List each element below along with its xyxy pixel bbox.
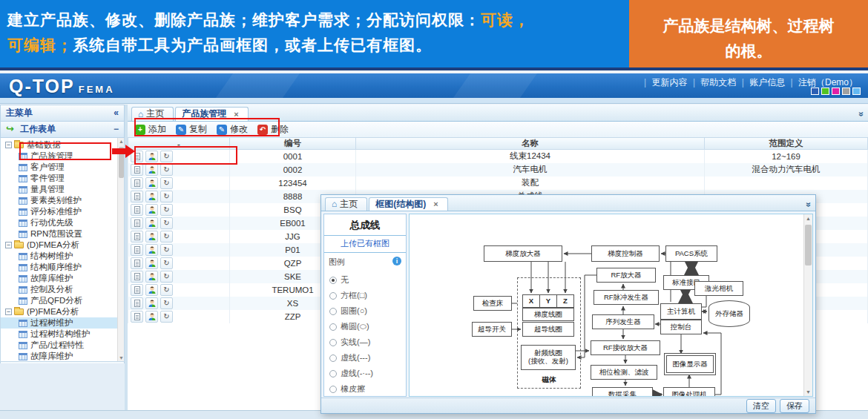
- customer-requirements-button[interactable]: [145, 204, 158, 216]
- link-logout[interactable]: 注销（Demo）: [798, 77, 858, 88]
- radio-icon[interactable]: [329, 277, 337, 284]
- copy-button[interactable]: ✎复制: [173, 122, 212, 137]
- expander-icon[interactable]: −: [5, 242, 12, 248]
- add-button[interactable]: +添加: [132, 122, 171, 137]
- customer-requirements-button[interactable]: [145, 177, 158, 189]
- column-header-name[interactable]: 名称: [356, 138, 705, 150]
- customer-requirements-button[interactable]: [145, 164, 158, 176]
- expander-icon[interactable]: −: [5, 142, 12, 148]
- sidebar-collapse-icon[interactable]: «: [114, 105, 119, 121]
- sidebar-item-2-1[interactable]: 过程树结构维护: [1, 329, 124, 340]
- permissions-button[interactable]: ↻: [160, 204, 173, 216]
- scrollbar-thumb[interactable]: [119, 147, 124, 178]
- customer-requirements-button[interactable]: [145, 191, 158, 202]
- sidebar-item-2-0[interactable]: 过程树维护: [1, 317, 124, 329]
- sidebar-item-0-6[interactable]: 行动优先级: [1, 217, 124, 228]
- radio-icon[interactable]: [329, 292, 337, 300]
- detail-button[interactable]: [131, 311, 143, 323]
- customer-requirements-button[interactable]: [145, 311, 158, 323]
- detail-button[interactable]: [131, 217, 143, 229]
- diagram-scrollbar[interactable]: ▲ ▼: [803, 214, 812, 396]
- column-header-range[interactable]: 范围定义: [705, 138, 868, 150]
- sidebar-section-workforms[interactable]: ↪ 工作表单 −: [0, 122, 125, 138]
- edit-button[interactable]: ✎修改: [214, 122, 253, 137]
- link-help-docs[interactable]: 帮助文档: [700, 77, 736, 88]
- legend-option-3[interactable]: 椭圆(⬭): [329, 319, 406, 334]
- sidebar-item-0-2[interactable]: 零件管理: [1, 173, 124, 184]
- permissions-button[interactable]: ↻: [160, 271, 173, 283]
- sidebar-item-0-4[interactable]: 要素类别维护: [1, 195, 124, 206]
- permissions-button[interactable]: ↻: [160, 217, 173, 229]
- save-button[interactable]: 保存: [780, 399, 809, 413]
- permissions-button[interactable]: ↻: [160, 164, 173, 176]
- sidebar-item-0-0[interactable]: 产品族管理: [1, 151, 124, 162]
- column-header-code[interactable]: 编号: [230, 138, 356, 150]
- detail-button[interactable]: [131, 271, 143, 283]
- permissions-button[interactable]: ↻: [160, 231, 173, 243]
- sidebar-item-1-0[interactable]: 结构树维护: [1, 251, 124, 262]
- expander-icon[interactable]: −: [5, 309, 12, 315]
- theme-swatch-icon[interactable]: [811, 88, 819, 95]
- radio-icon[interactable]: [329, 308, 337, 315]
- permissions-button[interactable]: ↻: [160, 257, 173, 269]
- clear-button[interactable]: 清空: [746, 399, 776, 413]
- radio-icon[interactable]: [329, 323, 337, 331]
- upload-diagram-link[interactable]: 上传已有框图: [324, 236, 406, 253]
- radio-icon[interactable]: [329, 339, 337, 346]
- legend-option-4[interactable]: 实线(—): [329, 334, 406, 350]
- detail-button[interactable]: [131, 257, 143, 269]
- info-icon[interactable]: i: [392, 257, 401, 265]
- detail-button[interactable]: [131, 191, 143, 202]
- chevron-down-icon[interactable]: «: [856, 112, 867, 117]
- popup-tab-home[interactable]: ⌂ 主页: [325, 197, 367, 211]
- customer-requirements-button[interactable]: [145, 297, 158, 309]
- detail-button[interactable]: [131, 297, 143, 309]
- sidebar-item-2-3[interactable]: 故障库维护: [1, 351, 124, 362]
- scroll-down-icon[interactable]: ▼: [804, 389, 812, 395]
- sidebar-item-1-1[interactable]: 结构顺序维护: [1, 262, 124, 273]
- legend-option-1[interactable]: 方框(□): [329, 288, 406, 303]
- detail-button[interactable]: [131, 177, 143, 189]
- customer-requirements-button[interactable]: [145, 257, 158, 269]
- tab-product-family[interactable]: 产品族管理 ×: [175, 107, 248, 121]
- customer-requirements-button[interactable]: [145, 284, 158, 296]
- detail-button[interactable]: [131, 284, 143, 296]
- close-icon[interactable]: ×: [234, 110, 238, 119]
- radio-icon[interactable]: [329, 354, 337, 362]
- permissions-button[interactable]: ↻: [160, 311, 173, 323]
- legend-option-0[interactable]: 无: [329, 272, 406, 288]
- legend-option-2[interactable]: 圆圈(○): [329, 303, 406, 319]
- theme-swatch-icon[interactable]: [852, 88, 861, 95]
- customer-requirements-button[interactable]: [145, 244, 158, 256]
- tree-group-1[interactable]: −(D)FMEA分析: [1, 240, 124, 251]
- chevron-down-icon[interactable]: «: [803, 202, 814, 208]
- permissions-button[interactable]: ↻: [160, 297, 173, 309]
- theme-swatch-icon[interactable]: [832, 88, 840, 95]
- tree-scrollbar[interactable]: ▲ ▼: [117, 138, 124, 361]
- detail-button[interactable]: [131, 244, 143, 256]
- customer-requirements-button[interactable]: [145, 231, 158, 243]
- customer-requirements-button[interactable]: [145, 151, 158, 162]
- detail-button[interactable]: [131, 151, 143, 162]
- tab-home[interactable]: ⌂ 主页: [131, 107, 174, 121]
- sidebar-item-0-7[interactable]: RPN范围设置: [1, 228, 124, 240]
- legend-option-7[interactable]: 橡皮擦: [329, 381, 406, 397]
- scroll-down-icon[interactable]: ▼: [118, 355, 125, 360]
- customer-requirements-button[interactable]: [145, 271, 158, 283]
- popup-tab-diagram[interactable]: 框图(结构图) ×: [369, 197, 447, 211]
- legend-option-6[interactable]: 虚线(-·--): [329, 366, 406, 381]
- radio-icon[interactable]: [329, 370, 337, 377]
- diagram-canvas[interactable]: 梯度放大器梯度控制器PACS系统RF放大器标准接口检查床XYZ梯度线圈RF脉冲发…: [410, 214, 803, 396]
- scroll-up-icon[interactable]: ▲: [804, 216, 812, 221]
- sidebar-item-1-2[interactable]: 故障库维护: [1, 273, 124, 284]
- sidebar-item-1-3[interactable]: 控制及分析: [1, 284, 124, 295]
- link-account-info[interactable]: 账户信息: [749, 77, 785, 88]
- tree-group-0[interactable]: −基础数据: [1, 139, 124, 151]
- sidebar-item-0-1[interactable]: 客户管理: [1, 162, 124, 173]
- column-header-actions[interactable]: -: [128, 138, 230, 150]
- close-icon[interactable]: ×: [433, 199, 438, 208]
- permissions-button[interactable]: ↻: [160, 177, 173, 189]
- permissions-button[interactable]: ↻: [160, 191, 173, 202]
- tree-group-2[interactable]: −(P)FMEA分析: [1, 306, 124, 317]
- radio-icon[interactable]: [329, 386, 337, 393]
